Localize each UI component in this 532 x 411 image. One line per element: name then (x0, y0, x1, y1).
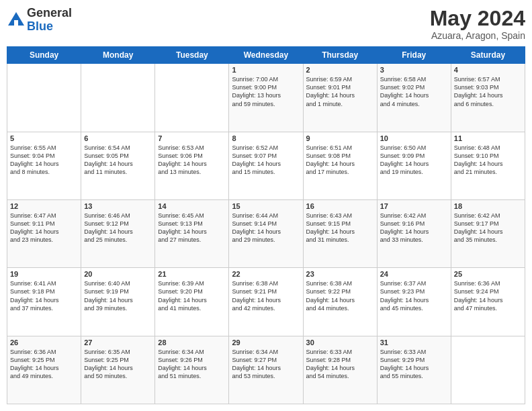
logo-general-text: General (27, 7, 72, 20)
day-number: 21 (158, 270, 226, 278)
day-number: 30 (306, 338, 374, 347)
day-number: 7 (158, 134, 226, 142)
day-number: 11 (454, 134, 522, 142)
calendar-cell: 31Sunrise: 6:33 AM Sunset: 9:29 PM Dayli… (377, 336, 451, 404)
title-block: May 2024 Azuara, Aragon, Spain (430, 7, 525, 41)
calendar-cell: 11Sunrise: 6:48 AM Sunset: 9:10 PM Dayli… (451, 132, 525, 199)
calendar-cell (155, 64, 229, 132)
col-thursday: Thursday (303, 47, 377, 64)
day-number: 29 (232, 338, 300, 347)
day-number: 28 (158, 338, 226, 347)
col-monday: Monday (81, 47, 155, 64)
header: General Blue May 2024 Azuara, Aragon, Sp… (7, 7, 525, 41)
day-content: Sunrise: 6:39 AM Sunset: 9:20 PM Dayligh… (158, 279, 226, 312)
day-content: Sunrise: 6:37 AM Sunset: 9:23 PM Dayligh… (380, 279, 448, 312)
day-number: 16 (306, 202, 374, 210)
day-number: 22 (232, 270, 300, 278)
calendar-cell (7, 64, 81, 132)
week-row-1: 1Sunrise: 7:00 AM Sunset: 9:00 PM Daylig… (7, 64, 525, 132)
day-number: 12 (10, 202, 78, 210)
calendar-cell: 5Sunrise: 6:55 AM Sunset: 9:04 PM Daylig… (7, 132, 81, 199)
calendar-header: Sunday Monday Tuesday Wednesday Thursday… (7, 47, 525, 64)
calendar-cell: 25Sunrise: 6:36 AM Sunset: 9:24 PM Dayli… (451, 268, 525, 336)
calendar-cell: 23Sunrise: 6:38 AM Sunset: 9:22 PM Dayli… (303, 268, 377, 336)
calendar-cell: 3Sunrise: 6:58 AM Sunset: 9:02 PM Daylig… (377, 64, 451, 132)
col-sunday: Sunday (7, 47, 81, 64)
day-number: 3 (380, 66, 448, 74)
calendar-table: Sunday Monday Tuesday Wednesday Thursday… (7, 46, 525, 404)
calendar-cell (451, 336, 525, 404)
day-number: 18 (454, 202, 522, 210)
logo: General Blue (7, 7, 72, 34)
calendar-cell: 28Sunrise: 6:34 AM Sunset: 9:26 PM Dayli… (155, 336, 229, 404)
day-content: Sunrise: 6:59 AM Sunset: 9:01 PM Dayligh… (306, 75, 374, 108)
calendar-cell: 13Sunrise: 6:46 AM Sunset: 9:12 PM Dayli… (81, 199, 155, 267)
logo-icon (7, 11, 26, 30)
day-number: 26 (10, 338, 78, 347)
week-row-5: 26Sunrise: 6:36 AM Sunset: 9:25 PM Dayli… (7, 336, 525, 404)
calendar-cell: 29Sunrise: 6:34 AM Sunset: 9:27 PM Dayli… (229, 336, 303, 404)
calendar-cell: 2Sunrise: 6:59 AM Sunset: 9:01 PM Daylig… (303, 64, 377, 132)
day-number: 17 (380, 202, 448, 210)
calendar-cell: 8Sunrise: 6:52 AM Sunset: 9:07 PM Daylig… (229, 132, 303, 199)
col-saturday: Saturday (451, 47, 525, 64)
day-content: Sunrise: 6:48 AM Sunset: 9:10 PM Dayligh… (454, 144, 522, 177)
day-content: Sunrise: 6:42 AM Sunset: 9:16 PM Dayligh… (380, 212, 448, 244)
calendar-cell: 19Sunrise: 6:41 AM Sunset: 9:18 PM Dayli… (7, 268, 81, 336)
calendar-cell: 14Sunrise: 6:45 AM Sunset: 9:13 PM Dayli… (155, 199, 229, 267)
day-content: Sunrise: 6:33 AM Sunset: 9:29 PM Dayligh… (380, 348, 448, 381)
day-content: Sunrise: 6:34 AM Sunset: 9:27 PM Dayligh… (232, 348, 300, 381)
day-content: Sunrise: 6:36 AM Sunset: 9:24 PM Dayligh… (454, 279, 522, 312)
calendar-cell: 6Sunrise: 6:54 AM Sunset: 9:05 PM Daylig… (81, 132, 155, 199)
calendar-cell: 7Sunrise: 6:53 AM Sunset: 9:06 PM Daylig… (155, 132, 229, 199)
calendar-cell (81, 64, 155, 132)
calendar-cell: 4Sunrise: 6:57 AM Sunset: 9:03 PM Daylig… (451, 64, 525, 132)
day-content: Sunrise: 6:35 AM Sunset: 9:25 PM Dayligh… (84, 348, 152, 381)
week-row-4: 19Sunrise: 6:41 AM Sunset: 9:18 PM Dayli… (7, 268, 525, 336)
calendar-cell: 20Sunrise: 6:40 AM Sunset: 9:19 PM Dayli… (81, 268, 155, 336)
day-number: 14 (158, 202, 226, 210)
day-content: Sunrise: 6:38 AM Sunset: 9:21 PM Dayligh… (232, 279, 300, 312)
day-number: 27 (84, 338, 152, 347)
calendar-cell: 12Sunrise: 6:47 AM Sunset: 9:11 PM Dayli… (7, 199, 81, 267)
calendar-cell: 27Sunrise: 6:35 AM Sunset: 9:25 PM Dayli… (81, 336, 155, 404)
week-row-2: 5Sunrise: 6:55 AM Sunset: 9:04 PM Daylig… (7, 132, 525, 199)
calendar-cell: 17Sunrise: 6:42 AM Sunset: 9:16 PM Dayli… (377, 199, 451, 267)
svg-rect-1 (14, 20, 18, 26)
day-number: 20 (84, 270, 152, 278)
calendar-cell: 21Sunrise: 6:39 AM Sunset: 9:20 PM Dayli… (155, 268, 229, 336)
week-row-3: 12Sunrise: 6:47 AM Sunset: 9:11 PM Dayli… (7, 199, 525, 267)
calendar-body: 1Sunrise: 7:00 AM Sunset: 9:00 PM Daylig… (7, 64, 525, 404)
day-content: Sunrise: 6:55 AM Sunset: 9:04 PM Dayligh… (10, 144, 78, 177)
day-number: 15 (232, 202, 300, 210)
day-number: 6 (84, 134, 152, 142)
day-number: 4 (454, 66, 522, 74)
month-title: May 2024 (430, 7, 525, 30)
day-number: 24 (380, 270, 448, 278)
day-number: 31 (380, 338, 448, 347)
day-content: Sunrise: 6:52 AM Sunset: 9:07 PM Dayligh… (232, 144, 300, 177)
day-content: Sunrise: 6:36 AM Sunset: 9:25 PM Dayligh… (10, 348, 78, 381)
day-content: Sunrise: 6:58 AM Sunset: 9:02 PM Dayligh… (380, 75, 448, 108)
calendar-cell: 24Sunrise: 6:37 AM Sunset: 9:23 PM Dayli… (377, 268, 451, 336)
day-content: Sunrise: 6:45 AM Sunset: 9:13 PM Dayligh… (158, 212, 226, 244)
day-content: Sunrise: 7:00 AM Sunset: 9:00 PM Dayligh… (232, 75, 300, 108)
col-friday: Friday (377, 47, 451, 64)
day-number: 2 (306, 66, 374, 74)
day-content: Sunrise: 6:47 AM Sunset: 9:11 PM Dayligh… (10, 212, 78, 244)
day-number: 13 (84, 202, 152, 210)
day-number: 25 (454, 270, 522, 278)
header-row: Sunday Monday Tuesday Wednesday Thursday… (7, 47, 525, 64)
day-content: Sunrise: 6:34 AM Sunset: 9:26 PM Dayligh… (158, 348, 226, 381)
calendar-cell: 10Sunrise: 6:50 AM Sunset: 9:09 PM Dayli… (377, 132, 451, 199)
day-number: 19 (10, 270, 78, 278)
day-content: Sunrise: 6:41 AM Sunset: 9:18 PM Dayligh… (10, 279, 78, 312)
day-content: Sunrise: 6:40 AM Sunset: 9:19 PM Dayligh… (84, 279, 152, 312)
calendar-cell: 26Sunrise: 6:36 AM Sunset: 9:25 PM Dayli… (7, 336, 81, 404)
day-content: Sunrise: 6:54 AM Sunset: 9:05 PM Dayligh… (84, 144, 152, 177)
day-number: 1 (232, 66, 300, 74)
logo-blue-text: Blue (27, 20, 72, 34)
col-tuesday: Tuesday (155, 47, 229, 64)
calendar-cell: 22Sunrise: 6:38 AM Sunset: 9:21 PM Dayli… (229, 268, 303, 336)
calendar-cell: 30Sunrise: 6:33 AM Sunset: 9:28 PM Dayli… (303, 336, 377, 404)
